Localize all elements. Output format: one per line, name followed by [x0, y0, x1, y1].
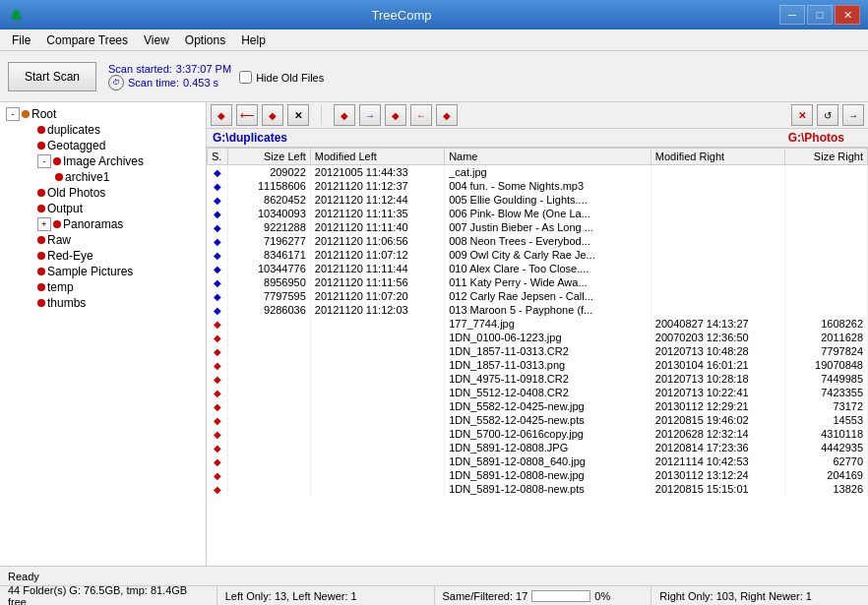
row-indicator: ◆ — [208, 165, 228, 180]
row-size-left: 9221288 — [227, 220, 310, 234]
table-row[interactable]: ◆ 9221288 20121120 11:11:40 007 Justin B… — [208, 220, 868, 234]
tree-item-red-eye[interactable]: Red-Eye — [4, 248, 202, 264]
table-row[interactable]: ◆ 10340093 20121120 11:11:35 006 Pink- B… — [208, 207, 868, 220]
table-row[interactable]: ◆ 1DN_5582-12-0425-new.jpg 20130112 12:2… — [208, 399, 868, 413]
row-indicator: ◆ — [208, 193, 228, 207]
table-row[interactable]: ◆ 1DN_5891-12-0808-new.jpg 20130112 13:1… — [208, 468, 868, 482]
expand-panoramas[interactable]: + — [37, 217, 51, 231]
table-row[interactable]: ◆ 1DN_5582-12-0425-new.pts 20120815 19:4… — [208, 413, 868, 427]
tree-item-output[interactable]: Output — [4, 201, 202, 216]
table-row[interactable]: ◆ 1DN_4975-11-0918.CR2 20120713 10:28:18… — [208, 372, 868, 386]
row-size-right — [785, 248, 868, 262]
row-size-left: 8346171 — [227, 248, 310, 262]
row-size-right — [785, 165, 868, 180]
row-modified-left — [310, 344, 444, 358]
menu-view[interactable]: View — [136, 30, 177, 51]
row-indicator: ◆ — [208, 427, 228, 441]
row-size-right — [785, 193, 868, 207]
table-row[interactable]: ◆ 1DN_5891-12-0808.JPG 20120814 17:23:36… — [208, 441, 868, 454]
tree-item-temp[interactable]: temp — [4, 279, 202, 295]
table-row[interactable]: ◆ 8346171 20121120 11:07:12 009 Owl City… — [208, 248, 868, 262]
nav-left-arrow2[interactable]: ← — [410, 104, 432, 126]
tree-item-raw[interactable]: Raw — [4, 232, 202, 248]
status-ready-text: Ready — [8, 571, 39, 582]
nav-left-dot[interactable]: ◆ — [334, 104, 355, 126]
row-name: 1DN_5891-12-0808.JPG — [445, 441, 651, 454]
row-name: 004 fun. - Some Nights.mp3 — [445, 179, 651, 193]
expand-root[interactable]: - — [6, 107, 20, 121]
nav-right-dot[interactable]: ◆ — [385, 104, 406, 126]
table-row[interactable]: ◆ 9286036 20121120 11:12:03 013 Maroon 5… — [208, 303, 868, 317]
nav-left-arrow[interactable]: ⟵ — [236, 104, 258, 126]
tree-item-root[interactable]: - Root — [4, 106, 202, 122]
row-indicator: ◆ — [208, 289, 228, 303]
row-modified-left: 20121120 11:07:12 — [310, 248, 444, 262]
row-size-left — [227, 317, 310, 331]
tree-item-image-archives[interactable]: - Image Archives — [4, 153, 202, 169]
table-row[interactable]: ◆ 7196277 20121120 11:06:56 008 Neon Tre… — [208, 234, 868, 248]
menu-help[interactable]: Help — [233, 30, 274, 51]
row-name: 013 Maroon 5 - Payphone (f... — [445, 303, 651, 317]
table-row[interactable]: ◆ 177_7744.jpg 20040827 14:13:27 1608262 — [208, 317, 868, 331]
minimize-button[interactable]: ─ — [779, 5, 805, 25]
close-button[interactable]: ✕ — [835, 5, 860, 25]
row-modified-right — [651, 220, 784, 234]
nav-refresh[interactable]: ◆ — [262, 104, 283, 126]
tree-item-old-photos[interactable]: Old Photos — [4, 185, 202, 201]
table-row[interactable]: ◆ 10344776 20121120 11:11:44 010 Alex Cl… — [208, 262, 868, 275]
row-indicator: ◆ — [208, 344, 228, 358]
row-size-right — [785, 179, 868, 193]
table-row[interactable]: ◆ 11158606 20121120 11:12:37 004 fun. - … — [208, 179, 868, 193]
row-size-right: 73172 — [785, 399, 868, 413]
main-container: - Root duplicates Geotagged - Image Arch… — [0, 102, 868, 566]
row-name: 012 Carly Rae Jepsen - Call... — [445, 289, 651, 303]
nav-prev-left[interactable]: ◆ — [211, 104, 232, 126]
table-row[interactable]: ◆ 1DN_1857-11-0313.png 20130104 16:01:21… — [208, 358, 868, 372]
row-size-left — [227, 454, 310, 468]
nav-right-dot2[interactable]: ◆ — [436, 104, 458, 126]
tree-item-geotagged[interactable]: Geotagged — [4, 138, 202, 153]
row-modified-right — [651, 289, 784, 303]
scan-start-time: 3:37:07 PM — [176, 63, 231, 75]
menu-compare-trees[interactable]: Compare Trees — [38, 30, 136, 51]
table-row[interactable]: ◆ 1DN_5891-12-0808_640.jpg 20121114 10:4… — [208, 454, 868, 468]
table-row[interactable]: ◆ 7797595 20121120 11:07:20 012 Carly Ra… — [208, 289, 868, 303]
table-row[interactable]: ◆ 1DN_5891-12-0808-new.pts 20120815 15:1… — [208, 482, 868, 496]
tree-label-thumbs: thumbs — [47, 296, 86, 310]
table-row[interactable]: ◆ 1DN_1857-11-0313.CR2 20120713 10:48:28… — [208, 344, 868, 358]
nav-close-x[interactable]: ✕ — [791, 104, 813, 126]
tree-item-duplicates[interactable]: duplicates — [4, 122, 202, 138]
tree-item-sample-pictures[interactable]: Sample Pictures — [4, 264, 202, 279]
row-name: 177_7744.jpg — [445, 317, 651, 331]
window-controls: ─ □ ✕ — [779, 5, 860, 25]
table-row[interactable]: ◆ 1DN_5700-12-0616copy.jpg 20120628 12:3… — [208, 427, 868, 441]
col-header-s: S. — [208, 149, 228, 165]
tree-item-panoramas[interactable]: + Panoramas — [4, 216, 202, 232]
maximize-button[interactable]: □ — [807, 5, 833, 25]
col-header-size-right: Size Right — [785, 149, 868, 165]
tree-item-archive1[interactable]: archive1 — [4, 169, 202, 185]
table-row[interactable]: ◆ 1DN_0100-06-1223.jpg 20070203 12:36:50… — [208, 331, 868, 344]
table-row[interactable]: ◆ 8956950 20121120 11:11:56 011 Katy Per… — [208, 275, 868, 289]
start-scan-button[interactable]: Start Scan — [8, 62, 96, 91]
row-indicator: ◆ — [208, 303, 228, 317]
nav-forward[interactable]: → — [842, 104, 864, 126]
table-row[interactable]: ◆ 1DN_5512-12-0408.CR2 20120713 10:22:41… — [208, 386, 868, 399]
archive1-icon — [55, 173, 63, 181]
nav-x[interactable]: ✕ — [287, 104, 309, 126]
row-size-left: 11158606 — [227, 179, 310, 193]
row-indicator: ◆ — [208, 331, 228, 344]
hide-old-files-checkbox[interactable] — [239, 71, 252, 84]
nav-right-arrow[interactable]: → — [359, 104, 381, 126]
expand-image-archives[interactable]: - — [37, 154, 51, 168]
image-archives-icon — [53, 157, 61, 165]
menu-options[interactable]: Options — [177, 30, 233, 51]
nav-refresh2[interactable]: ↺ — [817, 104, 838, 126]
hide-old-files-label: Hide Old Files — [256, 72, 324, 84]
tree-item-thumbs[interactable]: thumbs — [4, 295, 202, 311]
table-row[interactable]: ◆ 8620452 20121120 11:12:44 005 Ellie Go… — [208, 193, 868, 207]
table-row[interactable]: ◆ 209022 20121005 11:44:33 _cat.jpg — [208, 165, 868, 180]
menu-file[interactable]: File — [4, 30, 38, 51]
row-size-left: 10344776 — [227, 262, 310, 275]
row-size-left: 7797595 — [227, 289, 310, 303]
